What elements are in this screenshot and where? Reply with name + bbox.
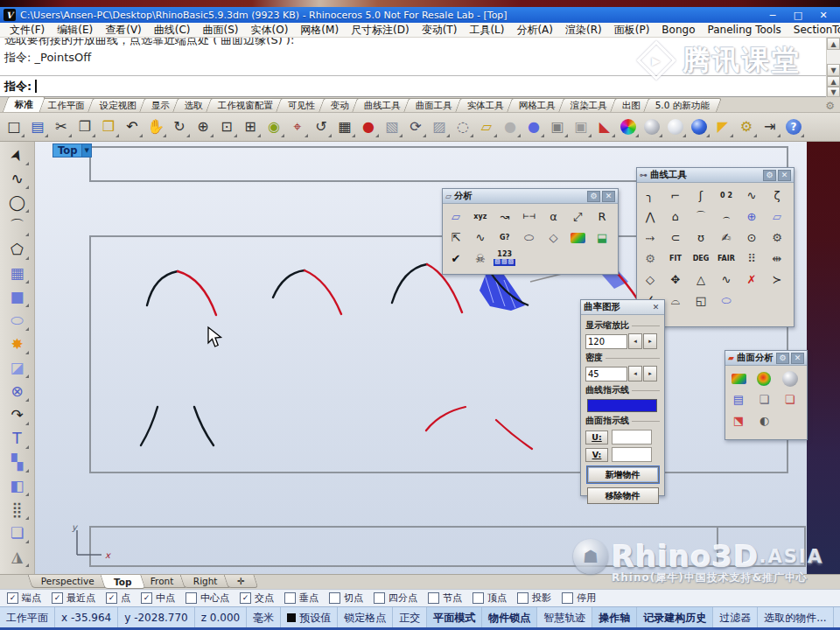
chamfer-curves-icon[interactable]: ⌐ (665, 186, 686, 206)
panel-analysis[interactable]: ▱ 分析 ⚙ ✕ ▱xyz↝⊢⊣α⤢R⇱∿G?⬭◇⬓✔☠123▧▧▧ (442, 188, 619, 275)
viewport-tab-perspective[interactable]: Perspective (28, 575, 108, 588)
scroll-up-icon[interactable]: ▲ (827, 38, 840, 50)
osnap-中点[interactable]: ✓中点 (141, 592, 175, 605)
close-icon[interactable]: ✕ (791, 353, 804, 364)
menu-item-bongo[interactable]: Bongo (655, 24, 701, 36)
measure-plane-icon[interactable]: ▱ (445, 206, 466, 227)
status-过滤器[interactable]: 过滤器 (713, 607, 758, 628)
scale-decrement-button[interactable]: ◂ (628, 333, 642, 349)
curvature-false-color-icon[interactable] (567, 228, 588, 248)
paste-icon[interactable]: ❒ (97, 115, 120, 139)
zoom-selected-icon[interactable]: ◉ (262, 115, 285, 139)
circle-icon[interactable]: ◯ (4, 191, 31, 214)
unlock-objects-icon[interactable]: ▣ (570, 115, 592, 139)
zoom-dynamic-icon[interactable]: ⊕ (192, 115, 214, 139)
menu-item-p[interactable]: 面板(P) (608, 23, 656, 38)
osnap-投影[interactable]: 投影 (517, 592, 551, 605)
viewport-title-dropdown[interactable]: Top ▼ (52, 144, 92, 158)
osnap-点[interactable]: ✓点 (106, 592, 130, 605)
curve-roller-icon[interactable]: ⚙ (766, 228, 788, 248)
toolbar-tab-标准[interactable]: 标准 (3, 96, 46, 112)
status-锁定格点[interactable]: 锁定格点 (338, 607, 393, 628)
status-物件锁点[interactable]: 物件锁点 (482, 607, 537, 628)
undo-view-icon[interactable]: ↺ (310, 115, 332, 139)
status-x-35-964[interactable]: x -35.964 (55, 607, 118, 628)
handle-editor-icon[interactable]: ✥ (665, 270, 686, 290)
curve-end-evaluate-icon[interactable]: ↝ (494, 206, 515, 227)
gear-icon[interactable]: ⚙ (776, 353, 789, 364)
adjustable-blend-icon[interactable]: ζ (766, 186, 788, 206)
status-预设值[interactable]: 预设值 (281, 607, 338, 628)
dimension-tools-icon[interactable]: ⇥ (759, 115, 781, 139)
gear-icon[interactable]: ⚙ (763, 170, 776, 181)
move-cplane-icon[interactable]: ▨ (428, 115, 451, 139)
curve-indicator-color-swatch[interactable] (587, 399, 657, 412)
zoom-window-icon[interactable]: ⊡ (215, 115, 238, 139)
explode-icon[interactable]: ✸ (4, 332, 31, 356)
menu-item-d[interactable]: 尺寸标注(D) (345, 23, 416, 38)
sketch-curve-icon[interactable]: ✍ (716, 228, 737, 248)
osnap-垂点[interactable]: 垂点 (284, 592, 318, 605)
layer-tools-icon[interactable]: ▱ (475, 115, 498, 139)
status-工作平面[interactable]: 工作平面 (0, 607, 55, 628)
scroll-up-icon[interactable]: ▲ (827, 76, 840, 87)
zebra-analysis-icon[interactable]: ▤ (728, 389, 749, 410)
point-deviation-icon[interactable]: ❏ (753, 389, 774, 410)
boolean-union-icon[interactable]: ⊗ (4, 380, 31, 403)
close-icon[interactable]: ✕ (602, 191, 615, 202)
checkbox-icon[interactable] (186, 592, 197, 604)
remove-knot-icon[interactable]: ✗ (741, 270, 762, 290)
remove-objects-button[interactable]: 移除物件 (587, 487, 659, 504)
points-grid-icon[interactable]: ⣿ (4, 498, 31, 522)
scroll-down-icon[interactable]: ▼ (827, 64, 840, 76)
radius-icon[interactable]: R (592, 206, 612, 227)
control-point-curve-icon[interactable]: ∿ (4, 167, 31, 191)
density-input[interactable] (585, 367, 627, 382)
trim-plane-icon[interactable]: ◪ (4, 356, 31, 380)
match-continuity-icon[interactable]: 0 2 (716, 186, 737, 206)
scale-increment-button[interactable]: ▸ (643, 333, 657, 349)
hide-objects-icon[interactable]: ◌ (452, 115, 474, 139)
checkbox-icon[interactable]: ✓ (240, 592, 251, 604)
rendered-viewport-sphere-icon[interactable] (688, 115, 710, 139)
handle-arc-icon[interactable]: ⌢ (716, 206, 737, 227)
revolve-icon[interactable]: ⬭ (4, 309, 31, 332)
status-记录建构历史[interactable]: 记录建构历史 (637, 607, 713, 628)
v-value-field[interactable] (612, 447, 652, 462)
viewport-tab-✛[interactable]: ✛ (223, 575, 258, 588)
osnap-最近点[interactable]: ✓最近点 (52, 592, 95, 605)
change-degree-icon[interactable]: DEG (690, 248, 711, 269)
flatness-check-icon[interactable]: ◇ (542, 228, 564, 248)
close-icon[interactable]: ✕ (650, 303, 662, 312)
close-button[interactable]: ✕ (812, 9, 835, 22)
offset-curve-icon[interactable]: ⊂ (665, 228, 686, 248)
polygon-icon[interactable]: ⬠ (4, 238, 31, 262)
environment-map-color-icon[interactable] (753, 368, 774, 388)
menu-item-c[interactable]: 曲线(C) (148, 23, 197, 38)
pan-icon[interactable]: ✋ (144, 115, 167, 139)
menu-item-panelingtools[interactable]: Paneling Tools (701, 24, 787, 36)
checkbox-icon[interactable] (472, 592, 484, 604)
menu-item-sectiontools[interactable]: SectionTools (788, 24, 840, 36)
curve-boolean-icon[interactable]: ◱ (690, 290, 711, 311)
display-scale-input[interactable] (585, 334, 627, 349)
osnap-停用[interactable]: 停用 (562, 592, 596, 605)
menu-item-t[interactable]: 变动(T) (416, 23, 464, 38)
curve-sphere-icon[interactable]: ⊕ (741, 206, 762, 227)
menu-item-v[interactable]: 查看(V) (99, 23, 148, 38)
panel-curve-tools-titlebar[interactable]: ⊶ 曲线工具 ⚙ ✕ (637, 168, 794, 183)
checkbox-icon[interactable] (329, 592, 340, 604)
viewport-tab-right[interactable]: Right (179, 575, 231, 588)
rebuild-curve-icon[interactable]: ⚙ (640, 248, 661, 269)
status-z-0-000[interactable]: z 0.000 (195, 607, 247, 628)
select-cursor-icon[interactable]: ➤ (4, 144, 31, 167)
zoom-extents-icon[interactable]: ⊞ (239, 115, 262, 139)
rotation-check-icon[interactable]: ⬭ (519, 228, 540, 248)
align-points-icon[interactable]: ⇹ (766, 248, 788, 269)
edge-analysis-box-icon[interactable]: ⬔ (728, 410, 749, 430)
save-icon[interactable]: ▤ (26, 115, 49, 139)
angle-icon[interactable]: α (542, 206, 564, 227)
osnap-顶点[interactable]: 顶点 (472, 592, 507, 605)
direction-spheres-icon[interactable]: ◐ (753, 410, 774, 430)
undo-icon[interactable]: ↶ (121, 115, 144, 139)
